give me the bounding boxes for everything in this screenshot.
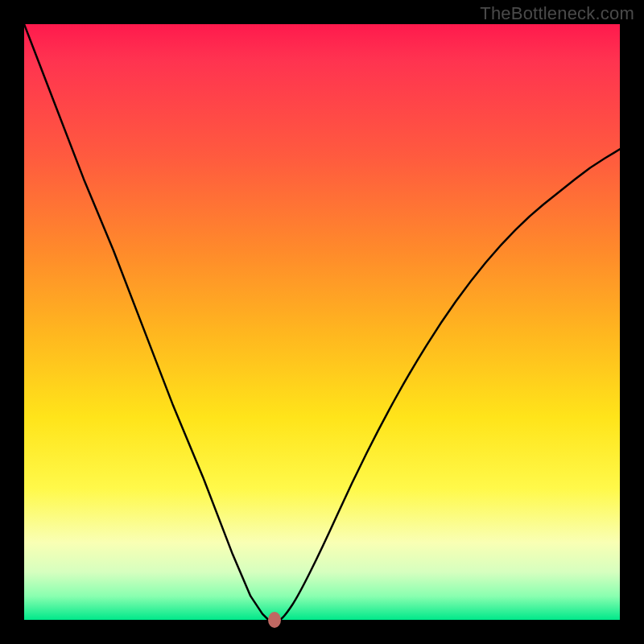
watermark-text: TheBottleneck.com — [480, 3, 634, 24]
chart-frame: TheBottleneck.com — [0, 0, 644, 644]
plot-area — [24, 24, 620, 620]
bottleneck-curve — [24, 24, 620, 620]
minimum-marker-icon — [268, 612, 281, 628]
